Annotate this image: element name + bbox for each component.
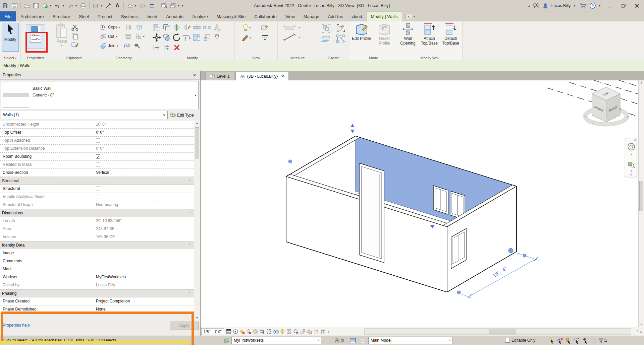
trim-extend-single-icon[interactable] — [152, 43, 162, 53]
vertical-scrollbar[interactable]: ∧ ∨ — [638, 80, 644, 327]
sun-path-icon[interactable] — [239, 328, 246, 335]
tab-structure[interactable]: Structure — [48, 11, 74, 21]
dimension-text[interactable]: 16' - 4" — [492, 266, 508, 278]
editable-only-control[interactable]: Editable Only — [505, 338, 535, 343]
property-row[interactable]: Structural UsageNon-bearing — [0, 201, 194, 209]
scroll-left-icon[interactable]: ‹ — [328, 330, 329, 334]
property-row[interactable]: Room Bounding✓ — [0, 153, 194, 161]
show-crop-region-icon[interactable] — [266, 328, 272, 335]
render-in-cloud-icon[interactable] — [256, 23, 274, 33]
tab-annotate[interactable]: Annotate — [162, 11, 188, 21]
rendering-dialog-icon[interactable] — [252, 328, 259, 335]
panel-label-clipboard[interactable]: Clipboard — [50, 56, 97, 60]
offset-icon[interactable] — [162, 22, 172, 32]
select-underlay-elements-icon[interactable] — [556, 337, 563, 344]
collapse-icon[interactable]: ^ — [189, 242, 191, 249]
copy-icon[interactable] — [162, 32, 172, 43]
property-row[interactable]: Image — [0, 249, 194, 257]
geometry-more-dropdown-icon[interactable]: ▾ — [143, 35, 145, 38]
view-tab-3d[interactable]: {3D - Lucas.Billy} ✕ — [235, 72, 289, 80]
scroll-up-icon[interactable]: ▲ — [194, 121, 200, 126]
tab-manage[interactable]: Manage — [299, 11, 324, 21]
delete-icon[interactable] — [172, 43, 182, 53]
unpin-icon[interactable] — [212, 22, 222, 32]
tab-insert[interactable]: Insert — [142, 11, 162, 21]
cut-geometry-button[interactable]: Cut▾ ▾ — [100, 32, 150, 41]
view-scale[interactable]: 1/8" = 1'-0" — [201, 328, 224, 335]
type-selector[interactable]: Basic Wall Generic - 8" ▾ — [1, 81, 199, 109]
tab-precast[interactable]: Precast — [93, 11, 117, 21]
tab-file[interactable]: File — [0, 11, 16, 21]
editable-only-checkbox[interactable] — [505, 338, 510, 343]
property-row[interactable]: Area248.97 SF — [0, 225, 194, 233]
drag-elements-on-selection-icon[interactable] — [582, 337, 588, 344]
create-assembly-icon[interactable] — [319, 33, 333, 44]
type-selector-dropdown-icon[interactable]: ▾ — [195, 93, 196, 97]
tab-systems[interactable]: Systems — [117, 11, 142, 21]
workset-value[interactable]: MyFirstWorksets — [94, 273, 194, 281]
tab-steel[interactable]: Steel — [74, 11, 93, 21]
checkbox-checked[interactable]: ✓ — [96, 154, 100, 159]
paste-button[interactable]: Paste ▾ — [53, 23, 70, 48]
section-header-dimensions[interactable]: Dimensions^ — [0, 209, 194, 217]
align-icon[interactable] — [152, 22, 162, 32]
collapse-icon[interactable]: ^ — [189, 177, 191, 185]
tab-analyze[interactable]: Analyze — [188, 11, 212, 21]
scroll-thumb[interactable] — [639, 181, 643, 211]
constraints-icon[interactable] — [299, 328, 306, 335]
split-with-gap-icon[interactable] — [202, 22, 212, 32]
create-group-icon[interactable] — [319, 23, 333, 33]
collapse-icon[interactable]: ^ — [189, 290, 191, 297]
property-row[interactable]: Top Extension Distance0' 0" — [0, 145, 194, 153]
attach-top-base-button[interactable]: Attach Top/Base — [419, 21, 440, 46]
view-cube[interactable]: TOP FRONT RIGHT W E S N — [583, 87, 629, 126]
property-value[interactable]: 165.98 CF — [94, 233, 194, 241]
paint-icon[interactable]: ▾ — [237, 33, 256, 43]
view-visibility-icon[interactable]: ▾ — [237, 23, 256, 33]
ribbon-display-toggle[interactable]: ▲▾ — [406, 11, 415, 21]
tab-modify-walls[interactable]: Modify | Walls — [367, 11, 402, 21]
checkbox[interactable] — [96, 195, 100, 199]
element-filter-combo[interactable]: Walls (1)∨ — [1, 111, 168, 119]
offset-faces-icon[interactable] — [135, 33, 142, 40]
zoom-dropdown-icon[interactable]: ▾ — [625, 169, 637, 172]
active-workset-combo[interactable]: MyFirstWorksets∨ — [231, 337, 321, 344]
property-row[interactable]: Enable Analytical Model — [0, 193, 194, 201]
scroll-down-icon[interactable]: ∨ — [639, 322, 644, 327]
panel-label-mode[interactable]: Mode — [350, 56, 397, 60]
property-value[interactable]: 10' 0" — [94, 121, 194, 128]
wall-sweep-icon[interactable] — [125, 33, 132, 40]
trim-extend-multiple-icon[interactable] — [162, 43, 172, 53]
panel-label-view[interactable]: View — [235, 56, 277, 60]
checkbox[interactable] — [96, 138, 100, 143]
temporary-hide-isolate-icon[interactable] — [272, 328, 279, 335]
array-icon[interactable] — [192, 32, 202, 43]
resize-grip-icon[interactable]: ◢ — [639, 330, 643, 334]
account-dropdown-icon[interactable]: ▾ — [574, 4, 577, 7]
view-tab-level1[interactable]: Level 1 — [205, 72, 234, 80]
panel-label-select[interactable]: Select ▾ — [0, 56, 20, 60]
section-header-structural[interactable]: Structural^ — [0, 177, 194, 185]
pin-icon[interactable] — [212, 32, 222, 43]
cut-to-clipboard-icon[interactable] — [71, 24, 78, 31]
panel-label-measure[interactable]: Measure — [278, 56, 318, 60]
property-value[interactable]: Project Completion — [94, 297, 194, 305]
tab-add-ins[interactable]: Add-Ins — [324, 11, 347, 21]
aligned-dimension-tool-icon[interactable]: ▾ — [282, 33, 318, 42]
search-icon[interactable] — [533, 3, 540, 8]
steering-wheel-icon[interactable] — [625, 143, 637, 151]
property-row[interactable]: Comments — [0, 257, 194, 265]
panel-label-modify-wall[interactable]: Modify Wall — [397, 56, 463, 60]
property-row[interactable]: Related to Mass — [0, 161, 194, 169]
checkbox[interactable] — [96, 187, 100, 191]
demolish-icon[interactable] — [134, 43, 141, 49]
cope-button[interactable]: Cope▾ — [100, 23, 150, 31]
collapse-icon[interactable]: ^ — [189, 209, 191, 217]
property-value[interactable]: 248.97 SF — [94, 225, 194, 233]
property-row[interactable]: Phase CreatedProject Completion — [0, 297, 194, 305]
section-header-identity-data[interactable]: Identity Data^ — [0, 241, 194, 249]
reveal-constraints-icon[interactable] — [319, 328, 326, 335]
property-value[interactable]: Lucas.Billy — [94, 281, 194, 289]
tab-collaborate[interactable]: Collaborate — [250, 11, 281, 21]
measure-between-refs-icon[interactable]: ▾ — [282, 24, 318, 30]
